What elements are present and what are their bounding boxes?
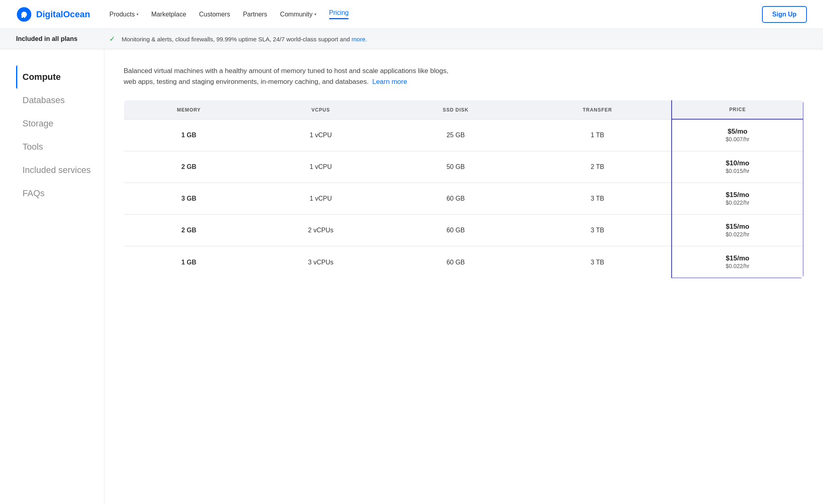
cell-ssd: 25 GB [388, 119, 524, 151]
col-price: PRICE [672, 100, 803, 120]
main-content: Balanced virtual machines with a healthy… [104, 49, 823, 504]
col-memory: MEMORY [124, 100, 254, 120]
cell-price: $15/mo $0.022/hr [672, 246, 803, 278]
sidebar-item-compute[interactable]: Compute [16, 65, 94, 89]
sidebar-item-storage[interactable]: Storage [16, 112, 94, 135]
nav-products[interactable]: Products ▾ [109, 11, 138, 18]
pricing-table: MEMORY VCPUS SSD DISK TRANSFER PRICE 1 G… [124, 100, 804, 278]
cell-vcpus: 1 vCPU [254, 119, 388, 151]
nav-pricing[interactable]: Pricing [329, 9, 349, 19]
chevron-down-icon: ▾ [136, 12, 139, 16]
col-ssd: SSD DISK [388, 100, 524, 120]
nav-partners[interactable]: Partners [243, 11, 267, 18]
banner-left-text: Included in all plans [16, 35, 104, 43]
cell-vcpus: 3 vCPUs [254, 246, 388, 278]
nav-links: Products ▾ Marketplace Customers Partner… [109, 9, 762, 19]
sidebar-item-databases[interactable]: Databases [16, 89, 94, 112]
cell-transfer: 3 TB [524, 183, 672, 215]
cell-vcpus: 2 vCPUs [254, 215, 388, 246]
table-row: 1 GB 3 vCPUs 60 GB 3 TB $15/mo $0.022/hr [124, 246, 804, 278]
cell-memory: 1 GB [124, 246, 254, 278]
nav-community[interactable]: Community ▾ [280, 11, 316, 18]
learn-more-link[interactable]: Learn more [372, 78, 407, 85]
table-row: 3 GB 1 vCPU 60 GB 3 TB $15/mo $0.022/hr [124, 183, 804, 215]
cell-vcpus: 1 vCPU [254, 151, 388, 183]
table-row: 1 GB 1 vCPU 25 GB 1 TB $5/mo $0.007/hr [124, 119, 804, 151]
cell-ssd: 60 GB [388, 215, 524, 246]
table-row: 2 GB 1 vCPU 50 GB 2 TB $10/mo $0.015/hr [124, 151, 804, 183]
sidebar-item-faqs[interactable]: FAQs [16, 182, 94, 205]
sidebar-item-tools[interactable]: Tools [16, 135, 94, 159]
cell-memory: 2 GB [124, 151, 254, 183]
cell-memory: 2 GB [124, 215, 254, 246]
logo-text: DigitalOcean [36, 9, 90, 20]
banner-text: Monitoring & alerts, cloud firewalls, 99… [122, 36, 367, 43]
cell-transfer: 2 TB [524, 151, 672, 183]
cell-price: $10/mo $0.015/hr [672, 151, 803, 183]
cell-price: $15/mo $0.022/hr [672, 215, 803, 246]
cell-ssd: 50 GB [388, 151, 524, 183]
check-icon: ✓ [109, 35, 115, 43]
cell-memory: 1 GB [124, 119, 254, 151]
logo[interactable]: DigitalOcean [16, 6, 90, 22]
signup-button[interactable]: Sign Up [762, 6, 807, 23]
col-vcpus: VCPUS [254, 100, 388, 120]
cell-ssd: 60 GB [388, 246, 524, 278]
chevron-down-icon-2: ▾ [314, 12, 316, 16]
cell-price: $5/mo $0.007/hr [672, 119, 803, 151]
sidebar-item-included-services[interactable]: Included services [16, 159, 94, 182]
page-layout: Compute Databases Storage Tools Included… [0, 49, 823, 504]
cell-transfer: 3 TB [524, 246, 672, 278]
nav-marketplace[interactable]: Marketplace [151, 11, 186, 18]
col-transfer: TRANSFER [524, 100, 672, 120]
cell-transfer: 3 TB [524, 215, 672, 246]
cell-memory: 3 GB [124, 183, 254, 215]
banner: Included in all plans ✓ Monitoring & ale… [0, 29, 823, 49]
navbar: DigitalOcean Products ▾ Marketplace Cust… [0, 0, 823, 29]
section-description: Balanced virtual machines with a healthy… [124, 65, 453, 87]
cell-ssd: 60 GB [388, 183, 524, 215]
sidebar: Compute Databases Storage Tools Included… [0, 49, 104, 504]
cell-transfer: 1 TB [524, 119, 672, 151]
table-row: 2 GB 2 vCPUs 60 GB 3 TB $15/mo $0.022/hr [124, 215, 804, 246]
cell-price: $15/mo $0.022/hr [672, 183, 803, 215]
nav-customers[interactable]: Customers [199, 11, 230, 18]
cell-vcpus: 1 vCPU [254, 183, 388, 215]
table-header-row: MEMORY VCPUS SSD DISK TRANSFER PRICE [124, 100, 804, 120]
banner-link[interactable]: more. [352, 36, 367, 43]
logo-icon [16, 6, 32, 22]
